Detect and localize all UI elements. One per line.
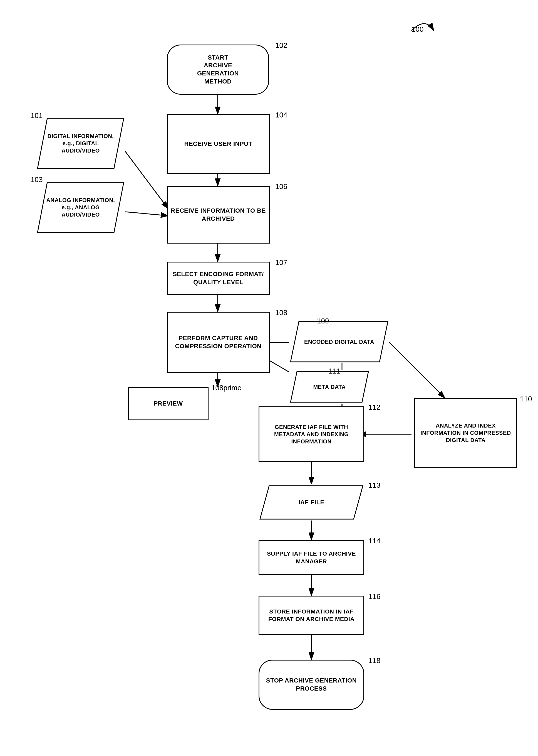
supply-iaf-label: SUPPLY IAF FILE TO ARCHIVE MANAGER	[259, 550, 363, 565]
encoded-digital-node: ENCODED DIGITAL DATA	[289, 320, 389, 363]
svg-line-4	[122, 212, 168, 216]
svg-line-3	[122, 148, 168, 209]
diagram: 100 START ARCHIVE GENERATION METHOD 102 …	[0, 0, 538, 756]
label-103: 103	[30, 175, 42, 184]
store-info-label: STORE INFORMATION IN IAF FORMAT ON ARCHI…	[259, 608, 363, 623]
digital-info-label: DIGITAL INFORMATION, e.g., DIGITAL AUDIO…	[36, 133, 125, 154]
preview-node: PREVIEW	[128, 387, 208, 420]
iaf-file-label: IAF FILE	[289, 498, 334, 507]
encoded-digital-label: ENCODED DIGITAL DATA	[296, 338, 383, 346]
meta-data-label: META DATA	[306, 383, 352, 391]
svg-line-15	[384, 337, 445, 398]
label-109: 109	[317, 317, 329, 325]
receive-user-input-label: RECEIVE USER INPUT	[184, 140, 252, 148]
receive-info-node: RECEIVE INFORMATION TO BE ARCHIVED	[167, 186, 270, 244]
receive-info-label: RECEIVE INFORMATION TO BE ARCHIVED	[168, 207, 269, 223]
label-106: 106	[275, 182, 287, 191]
supply-iaf-node: SUPPLY IAF FILE TO ARCHIVE MANAGER	[259, 540, 364, 575]
label-112: 112	[368, 403, 380, 412]
label-101: 101	[30, 111, 42, 120]
start-node: START ARCHIVE GENERATION METHOD	[167, 44, 269, 94]
receive-user-input-node: RECEIVE USER INPUT	[167, 114, 270, 174]
label-102: 102	[275, 41, 287, 50]
stop-node: STOP ARCHIVE GENERATION PROCESS	[259, 660, 364, 710]
perform-capture-node: PERFORM CAPTURE AND COMPRESSION OPERATIO…	[167, 312, 270, 373]
diagram-ref-number: 100	[411, 25, 423, 34]
digital-info-node: DIGITAL INFORMATION, e.g., DIGITAL AUDIO…	[36, 117, 125, 170]
analyze-index-node: ANALYZE AND INDEX INFORMATION IN COMPRES…	[414, 398, 517, 468]
label-113: 113	[368, 481, 380, 490]
start-label: START ARCHIVE GENERATION METHOD	[197, 54, 239, 86]
stop-label: STOP ARCHIVE GENERATION PROCESS	[259, 677, 363, 693]
perform-capture-label: PERFORM CAPTURE AND COMPRESSION OPERATIO…	[168, 334, 269, 350]
label-108: 108	[275, 308, 287, 317]
connectors	[0, 0, 538, 756]
store-info-node: STORE INFORMATION IN IAF FORMAT ON ARCHI…	[259, 596, 364, 635]
analog-info-node: ANALOG INFORMATION, e.g., ANALOG AUDIO/V…	[36, 181, 125, 234]
select-encoding-node: SELECT ENCODING FORMAT/ QUALITY LEVEL	[167, 262, 270, 295]
preview-label: PREVIEW	[154, 400, 183, 408]
label-116: 116	[368, 592, 380, 601]
analyze-index-label: ANALYZE AND INDEX INFORMATION IN COMPRES…	[415, 422, 516, 444]
select-encoding-label: SELECT ENCODING FORMAT/ QUALITY LEVEL	[168, 270, 269, 286]
label-114: 114	[368, 536, 380, 545]
label-107: 107	[275, 258, 287, 267]
label-110: 110	[520, 395, 532, 403]
label-108prime: 108prime	[211, 384, 241, 392]
label-118: 118	[368, 656, 380, 665]
iaf-file-node: IAF FILE	[259, 484, 364, 521]
label-104: 104	[275, 111, 287, 119]
analog-info-label: ANALOG INFORMATION, e.g., ANALOG AUDIO/V…	[36, 197, 125, 218]
label-111: 111	[328, 367, 340, 375]
generate-iaf-label: GENERATE IAF FILE WITH METADATA AND INDE…	[259, 423, 363, 445]
generate-iaf-node: GENERATE IAF FILE WITH METADATA AND INDE…	[259, 407, 364, 462]
